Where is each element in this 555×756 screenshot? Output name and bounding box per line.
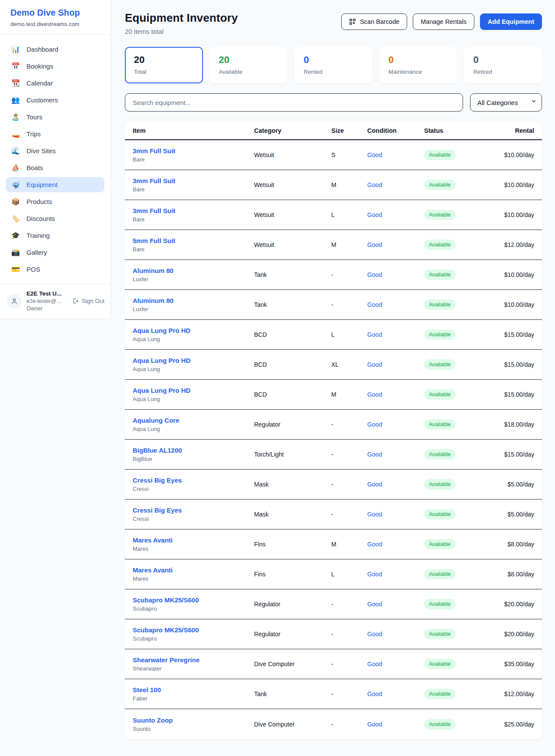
item-condition-link[interactable]: Good [367, 661, 424, 667]
stat-card-rented[interactable]: 0 Rented [294, 47, 372, 83]
item-name-link[interactable]: Mares Avanti [133, 536, 254, 544]
user-role: Owner [26, 306, 62, 312]
status-badge: Available [424, 719, 456, 730]
item-condition-link[interactable]: Good [367, 361, 424, 368]
item-name-link[interactable]: Aqua Lung Pro HD [133, 327, 254, 334]
stat-card-retired[interactable]: 0 Retired [464, 47, 542, 83]
sidebar-item-discounts[interactable]: 🏷️ Discounts [6, 211, 104, 226]
table-row: Mares Avanti Mares Fins M Good Available… [125, 529, 542, 559]
sidebar-item-equipment[interactable]: 🤿 Equipment [6, 177, 104, 192]
item-name-link[interactable]: Suunto Zoop [133, 717, 254, 724]
item-name-link[interactable]: Scubapro MK25/S600 [133, 596, 254, 604]
sidebar-item-dashboard[interactable]: 📊 Dashboard [6, 42, 104, 57]
item-size: M [331, 391, 367, 398]
stat-card-total[interactable]: 20 Total [125, 47, 203, 83]
sidebar: Demo Dive Shop demo.test.divestreams.com… [0, 0, 111, 319]
sidebar-item-products[interactable]: 📦 Products [6, 194, 104, 209]
stat-value: 20 [219, 54, 279, 66]
sidebar-item-calendar[interactable]: 📆 Calendar [6, 76, 104, 91]
sidebar-item-boats[interactable]: ⛵ Boats [6, 160, 104, 175]
item-condition-link[interactable]: Good [367, 690, 424, 697]
sidebar-item-bookings[interactable]: 📅 Bookings [6, 59, 104, 74]
item-category: Wetsuit [254, 241, 331, 248]
equipment-table: ItemCategorySizeConditionStatusRental 3m… [125, 122, 542, 739]
item-name-link[interactable]: Shearwater Peregrine [133, 656, 254, 664]
filter-bar: All Categories [125, 93, 542, 112]
item-size: M [331, 181, 367, 188]
sidebar-item-training[interactable]: 🎓 Training [6, 228, 104, 243]
sidebar-item-customers[interactable]: 👥 Customers [6, 92, 104, 108]
table-row: Cressi Big Eyes Cressi Mask - Good Avail… [125, 470, 542, 500]
sidebar-item-gallery[interactable]: 📸 Gallery [6, 245, 104, 260]
item-rental-rate: $20.00/day [481, 601, 534, 608]
add-equipment-button[interactable]: Add Equipment [480, 13, 542, 30]
item-name-link[interactable]: Steel 100 [133, 686, 254, 694]
item-condition-link[interactable]: Good [367, 601, 424, 608]
table-header-row: ItemCategorySizeConditionStatusRental [125, 122, 542, 140]
status-badge: Available [424, 659, 456, 669]
status-badge: Available [424, 180, 456, 190]
item-name-link[interactable]: BigBlue AL1200 [133, 447, 254, 454]
stat-value: 0 [388, 54, 448, 66]
item-condition-link[interactable]: Good [367, 451, 424, 458]
search-input[interactable] [125, 93, 463, 112]
sidebar-item-tours[interactable]: 🏝️ Tours [6, 109, 104, 125]
item-category: Wetsuit [254, 211, 331, 218]
item-name-link[interactable]: Aluminum 80 [133, 267, 254, 274]
item-condition-link[interactable]: Good [367, 301, 424, 308]
table-row: Scubapro MK25/S600 Scubapro Regulator - … [125, 619, 542, 649]
nav-item-label: Discounts [26, 215, 55, 222]
item-name-link[interactable]: Mares Avanti [133, 566, 254, 574]
item-name-link[interactable]: Aqua Lung Pro HD [133, 387, 254, 394]
add-equipment-label: Add Equipment [488, 18, 534, 25]
item-condition-link[interactable]: Good [367, 421, 424, 428]
logout-icon [72, 298, 78, 304]
item-condition-link[interactable]: Good [367, 271, 424, 278]
item-name-link[interactable]: Cressi Big Eyes [133, 477, 254, 484]
item-condition-link[interactable]: Good [367, 211, 424, 218]
status-badge: Available [424, 419, 456, 430]
item-condition-link[interactable]: Good [367, 331, 424, 338]
stat-card-available[interactable]: 20 Available [210, 47, 288, 83]
item-category: Wetsuit [254, 151, 331, 158]
table-row: Aqua Lung Pro HD Aqua Lung BCD M Good Av… [125, 380, 542, 410]
stat-label: Rented [304, 69, 363, 75]
item-rental-rate: $12.00/day [481, 241, 534, 248]
item-condition-link[interactable]: Good [367, 511, 424, 518]
item-name-link[interactable]: Cressi Big Eyes [133, 506, 254, 514]
item-condition-link[interactable]: Good [367, 181, 424, 188]
item-category: BCD [254, 391, 331, 398]
stat-label: Available [219, 69, 279, 75]
item-condition-link[interactable]: Good [367, 721, 424, 728]
status-badge: Available [424, 509, 456, 519]
item-condition-link[interactable]: Good [367, 241, 424, 248]
item-name-link[interactable]: Aqualung Core [133, 417, 254, 424]
scan-barcode-button[interactable]: Scan Barcode [341, 13, 407, 30]
sidebar-item-dive-sites[interactable]: 🌊 Dive Sites [6, 143, 104, 158]
item-name-link[interactable]: Scubapro MK25/S600 [133, 626, 254, 634]
item-size: M [331, 541, 367, 548]
item-condition-link[interactable]: Good [367, 151, 424, 158]
sidebar-item-trips[interactable]: 🚤 Trips [6, 126, 104, 141]
item-name-link[interactable]: Aluminum 80 [133, 297, 254, 304]
item-brand: Faber [133, 695, 254, 702]
table-row: Mares Avanti Mares Fins L Good Available… [125, 559, 542, 589]
manage-rentals-button[interactable]: Manage Rentals [413, 13, 474, 30]
sidebar-item-pos[interactable]: 💳 POS [6, 262, 104, 277]
sign-out-button[interactable]: Sign Out [72, 298, 104, 304]
item-condition-link[interactable]: Good [367, 481, 424, 488]
item-name-link[interactable]: 3mm Full Suit [133, 207, 254, 214]
item-name-link[interactable]: 3mm Full Suit [133, 177, 254, 184]
item-condition-link[interactable]: Good [367, 391, 424, 398]
item-condition-link[interactable]: Good [367, 571, 424, 578]
item-condition-link[interactable]: Good [367, 541, 424, 548]
stat-card-maintenance[interactable]: 0 Maintenance [379, 47, 457, 83]
item-name-link[interactable]: 3mm Full Suit [133, 147, 254, 154]
item-name-link[interactable]: Aqua Lung Pro HD [133, 357, 254, 364]
category-select[interactable]: All Categories [470, 93, 542, 112]
item-category: Tank [254, 301, 331, 308]
item-name-link[interactable]: 5mm Full Suit [133, 237, 254, 244]
item-condition-link[interactable]: Good [367, 631, 424, 638]
status-badge: Available [424, 150, 456, 160]
item-category: Regulator [254, 601, 331, 608]
